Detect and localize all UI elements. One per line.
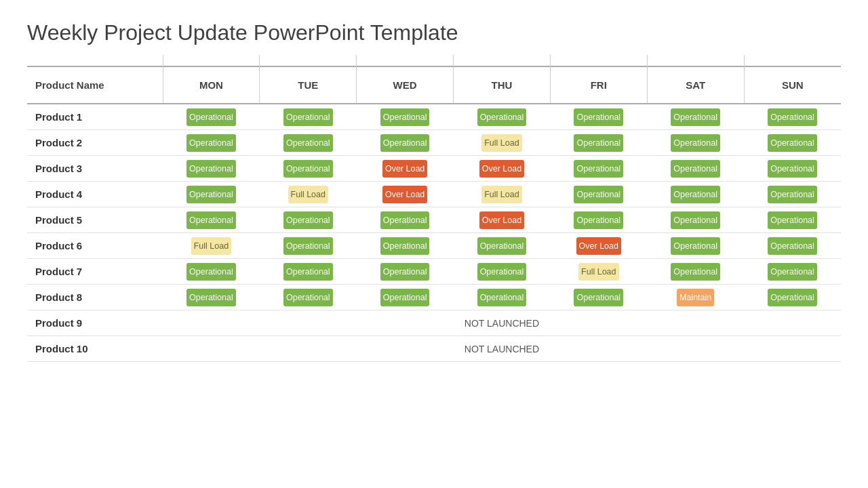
cell-product-8-sun: Operational: [744, 285, 841, 310]
col-header-tue: TUE: [260, 66, 357, 104]
cell-product-5-tue: Operational: [260, 207, 357, 233]
cell-product-5-sun: Operational: [744, 207, 841, 233]
cell-product-1-sat: Operational: [647, 104, 744, 130]
cell-product-7-tue: Operational: [260, 259, 357, 285]
cell-product-3-tue: Operational: [260, 156, 357, 182]
col-header-thu: THU: [454, 66, 551, 104]
cell-product-3-fri: Operational: [550, 156, 647, 182]
cell-product-2-tue: Operational: [260, 130, 357, 156]
not-launched-label: NOT LAUNCHED: [454, 310, 551, 336]
cell-product-2-sat: Operational: [647, 130, 744, 156]
cell-product-1-thu: Operational: [454, 104, 551, 130]
cell-product-4-fri: Operational: [550, 182, 647, 207]
cell-product-5-thu: Over Load: [454, 207, 551, 233]
cell-product-6-mon: Full Load: [163, 233, 260, 259]
product-name-9: Product 9: [27, 310, 163, 336]
cell-product-6-sat: Operational: [647, 233, 744, 259]
cell-product-7-wed: Operational: [357, 259, 454, 285]
table-row: Product 5OperationalOperationalOperation…: [27, 207, 841, 233]
empty-cell: [163, 310, 260, 336]
product-name-5: Product 5: [27, 207, 163, 233]
cell-product-1-tue: Operational: [260, 104, 357, 130]
empty-cell: [647, 310, 744, 336]
cell-product-6-sun: Operational: [744, 233, 841, 259]
cell-product-8-mon: Operational: [163, 285, 260, 310]
cell-product-4-wed: Over Load: [357, 182, 454, 207]
col-header-product-name: Product Name: [27, 66, 163, 104]
table-body: Product 1OperationalOperationalOperation…: [27, 104, 841, 362]
cell-product-1-mon: Operational: [163, 104, 260, 130]
cell-product-7-sat: Operational: [647, 259, 744, 285]
table-row: Product 3OperationalOperationalOver Load…: [27, 156, 841, 182]
cell-product-4-sun: Operational: [744, 182, 841, 207]
table-row: Product 9NOT LAUNCHED: [27, 310, 841, 336]
cell-product-6-tue: Operational: [260, 233, 357, 259]
cell-product-2-thu: Full Load: [454, 130, 551, 156]
table-row: Product 4OperationalFull LoadOver LoadFu…: [27, 182, 841, 207]
empty-cell: [647, 336, 744, 362]
empty-cell: [550, 336, 647, 362]
table-header-row: Product NameMONTUEWEDTHUFRISATSUN: [27, 66, 841, 104]
empty-cell: [744, 310, 841, 336]
col-header-mon: MON: [163, 66, 260, 104]
cell-product-3-sun: Operational: [744, 156, 841, 182]
cell-product-4-mon: Operational: [163, 182, 260, 207]
cell-product-6-thu: Operational: [454, 233, 551, 259]
col-header-sun: SUN: [744, 66, 841, 104]
cell-product-5-sat: Operational: [647, 207, 744, 233]
cell-product-2-fri: Operational: [550, 130, 647, 156]
col-header-fri: FRI: [550, 66, 647, 104]
product-name-7: Product 7: [27, 259, 163, 285]
cell-product-4-tue: Full Load: [260, 182, 357, 207]
cell-product-1-wed: Operational: [357, 104, 454, 130]
cell-product-4-thu: Full Load: [454, 182, 551, 207]
table-row: Product 10NOT LAUNCHED: [27, 336, 841, 362]
product-name-6: Product 6: [27, 233, 163, 259]
cell-product-3-sat: Operational: [647, 156, 744, 182]
cell-product-5-wed: Operational: [357, 207, 454, 233]
product-name-1: Product 1: [27, 104, 163, 130]
cell-product-8-sat: Maintain: [647, 285, 744, 310]
table-row: Product 2OperationalOperationalOperation…: [27, 130, 841, 156]
cell-product-6-fri: Over Load: [550, 233, 647, 259]
cell-product-6-wed: Operational: [357, 233, 454, 259]
cell-product-8-tue: Operational: [260, 285, 357, 310]
product-name-4: Product 4: [27, 182, 163, 207]
cell-product-7-sun: Operational: [744, 259, 841, 285]
cell-product-2-sun: Operational: [744, 130, 841, 156]
empty-cell: [357, 336, 454, 362]
cell-product-1-fri: Operational: [550, 104, 647, 130]
product-name-3: Product 3: [27, 156, 163, 182]
product-name-8: Product 8: [27, 285, 163, 310]
col-header-wed: WED: [357, 66, 454, 104]
empty-cell: [260, 336, 357, 362]
cell-product-3-mon: Operational: [163, 156, 260, 182]
cell-product-2-mon: Operational: [163, 130, 260, 156]
cell-product-4-sat: Operational: [647, 182, 744, 207]
cell-product-2-wed: Operational: [357, 130, 454, 156]
page-title: Weekly Project Update PowerPoint Templat…: [27, 20, 841, 45]
table-row: Product 6Full LoadOperationalOperational…: [27, 233, 841, 259]
cell-product-8-thu: Operational: [454, 285, 551, 310]
cell-product-8-wed: Operational: [357, 285, 454, 310]
cell-product-7-fri: Full Load: [550, 259, 647, 285]
cell-product-7-thu: Operational: [454, 259, 551, 285]
empty-cell: [744, 336, 841, 362]
table-row: Product 1OperationalOperationalOperation…: [27, 104, 841, 130]
product-name-10: Product 10: [27, 336, 163, 362]
empty-cell: [550, 310, 647, 336]
cell-product-3-wed: Over Load: [357, 156, 454, 182]
table-wrapper: Product NameMONTUEWEDTHUFRISATSUN Produc…: [27, 66, 841, 474]
cell-product-7-mon: Operational: [163, 259, 260, 285]
cell-product-3-thu: Over Load: [454, 156, 551, 182]
empty-cell: [357, 310, 454, 336]
empty-cell: [163, 336, 260, 362]
col-header-sat: SAT: [647, 66, 744, 104]
cell-product-5-mon: Operational: [163, 207, 260, 233]
cell-product-1-sun: Operational: [744, 104, 841, 130]
status-table: Product NameMONTUEWEDTHUFRISATSUN Produc…: [27, 66, 841, 362]
not-launched-label: NOT LAUNCHED: [454, 336, 551, 362]
cell-product-5-fri: Operational: [550, 207, 647, 233]
empty-cell: [260, 310, 357, 336]
table-row: Product 8OperationalOperationalOperation…: [27, 285, 841, 310]
